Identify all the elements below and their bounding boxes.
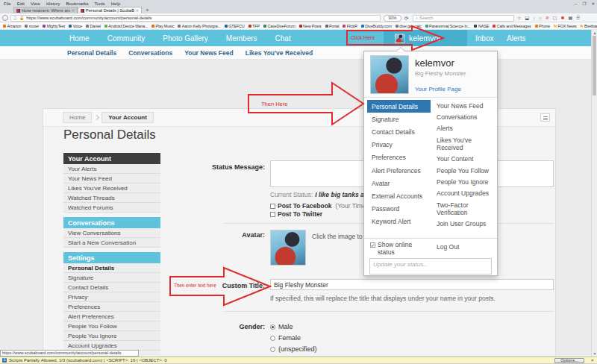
vertical-scrollbar[interactable]: ▲ ▼ [591,30,597,357]
window-control-button[interactable]: ─ [575,1,578,6]
url-bar[interactable]: ⓘ 🔒 https://www.scubaboard.com/community… [10,15,381,22]
sidebar-toggle-icon[interactable] [540,113,550,122]
toolbar-icon[interactable]: ⊘ [546,15,549,22]
scroll-down-icon[interactable]: ▼ [592,351,597,356]
nav-item[interactable]: Chat [275,34,291,43]
breadcrumb-home[interactable]: Home [63,112,92,123]
sidebar-item[interactable]: Alert Preferences [63,312,160,321]
menubar-item[interactable]: History [46,1,60,6]
update-status-textarea[interactable] [369,258,492,274]
dropdown-menu-item[interactable]: Your News Feed [434,100,495,111]
dropdown-menu-item[interactable]: Password [367,203,431,216]
subnav-item[interactable]: Conversations [128,49,172,57]
subnav-item[interactable]: Personal Details [67,49,116,57]
profile-page-link[interactable]: Your Profile Page [415,86,461,92]
custom-title-input[interactable] [270,279,554,290]
show-online-status-row[interactable]: Show online status [370,242,424,257]
menubar-item[interactable]: Edit [17,1,25,6]
post-to-facebook-checkbox[interactable] [270,204,275,209]
scrollbar-thumb[interactable] [593,36,596,95]
window-control-button[interactable]: ❐ [582,1,586,6]
bookmark-item[interactable]: Aaron Kelly Photogra... [178,24,220,28]
new-tab-button[interactable]: + [142,7,153,13]
toolbar-icon[interactable]: ▦ [568,15,572,22]
sidebar-item[interactable]: Start a New Conversation [63,238,160,248]
subnav-item[interactable]: Likes You've Received [246,49,313,57]
dropdown-menu-item[interactable]: People You Ignore [434,176,495,187]
toolbar-icon[interactable]: ☆ [517,15,521,22]
bookmark-item[interactable]: router [25,24,39,28]
toolbar-icon[interactable]: ⌂ [539,15,542,22]
sidebar-item[interactable]: Your Alerts [63,164,160,174]
nav-item[interactable]: Photo Gallery [163,34,208,43]
sidebar-item[interactable]: Watched Threads [63,193,160,203]
dropdown-menu-item[interactable]: Personal Details [367,100,431,113]
bookmark-item[interactable]: NASE [474,24,489,28]
bookmark-item[interactable]: MightyText [43,24,65,28]
tab-close-icon[interactable]: ✕ [72,8,75,13]
sidebar-item[interactable]: Likes You've Received [63,183,160,193]
nav-item[interactable]: Community [107,34,146,43]
statusbar-close-icon[interactable]: ✕ [590,358,594,363]
avatar-image[interactable] [270,230,306,266]
breadcrumb-your-account[interactable]: Your Account [101,112,154,123]
radio-button-icon[interactable] [270,336,275,341]
dropdown-menu-item[interactable]: Alert Preferences [367,164,431,177]
show-online-checkbox[interactable] [370,242,375,248]
logout-link[interactable]: Log Out [437,243,459,251]
dropdown-menu-item[interactable]: Join User Groups [434,219,495,230]
bookmark-item[interactable]: FlickR [343,24,357,28]
menubar-item[interactable]: View [31,1,40,6]
dropdown-menu-item[interactable]: Signature [367,113,431,125]
sidebar-item[interactable]: Privacy [63,292,160,302]
radio-button-icon[interactable] [270,347,275,352]
user-avatar[interactable] [370,55,409,94]
toolbar-icon[interactable]: ☰ [576,15,580,22]
tab-close-icon[interactable]: ✕ [136,8,139,13]
bookmark-item[interactable]: Amazon [3,24,21,28]
inbox-link[interactable]: Inbox [475,30,493,46]
dropdown-menu-item[interactable]: Likes You've Received [434,134,495,153]
sidebar-item[interactable]: Signature [63,273,160,283]
sidebar-item[interactable]: Your News Feed [63,174,160,183]
dropdown-menu-item[interactable]: Privacy [367,139,431,151]
zoom-level-indicator[interactable]: 90% [384,15,401,22]
menubar-item[interactable]: File [4,1,11,6]
toolbar-icon[interactable]: ✱ [560,15,564,22]
bookmark-item[interactable]: Voice [69,24,82,28]
dropdown-menu-item[interactable]: Contact Details [367,125,431,138]
window-control-button[interactable]: ✕ [591,1,595,6]
gender-option[interactable]: Female [270,334,301,342]
bookmark-item[interactable]: Play Music [151,24,174,28]
url-text[interactable]: https://www.scubaboard.com/community/acc… [26,16,151,20]
search-input[interactable]: ⌕ Search [413,15,514,22]
bookmark-item[interactable]: GTEFCU [225,24,245,28]
dropdown-menu-item[interactable]: Two-Factor Verification [434,199,495,218]
dropdown-menu-item[interactable]: External Accounts [367,189,431,202]
sidebar-item[interactable]: Personal Details [63,263,160,273]
dropdown-menu-item[interactable]: Your Content [434,154,495,165]
menubar-item[interactable]: Tools [95,1,105,6]
menubar-item[interactable]: Help [111,1,120,6]
gender-option[interactable]: Male [270,323,293,330]
gender-option[interactable]: (unspecified) [270,345,317,353]
sidebar-item[interactable]: View Conversations [63,228,160,238]
bookmark-item[interactable]: DiveBuddy.com [361,24,392,28]
sidebar-item[interactable]: Contact Details [63,283,160,292]
bookmark-item[interactable]: Breitbart [580,24,597,28]
nav-item[interactable]: Home [69,34,90,43]
alerts-link[interactable]: Alerts [507,30,526,46]
dropdown-menu-item[interactable]: People You Follow [434,165,495,176]
back-button[interactable]: ← [2,15,8,21]
browser-tab[interactable]: Personal Details | ScubaBo... ✕ [78,7,142,13]
bookmark-item[interactable]: FOX News [554,24,577,28]
browser-tab[interactable]: Hose retainers: Where and ... ✕ [13,7,78,13]
reload-icon[interactable]: ⟳ [404,15,408,22]
bookmark-item[interactable]: Android Device Mana... [104,24,148,28]
subnav-item[interactable]: Your News Feed [184,49,234,57]
bookmark-item[interactable]: New Posts [299,24,322,28]
scroll-up-icon[interactable]: ▲ [592,31,597,35]
dropdown-menu-item[interactable]: Avatar [367,177,431,189]
nav-item[interactable]: Members [226,34,257,43]
toolbar-icon[interactable]: ↓ [533,15,535,22]
